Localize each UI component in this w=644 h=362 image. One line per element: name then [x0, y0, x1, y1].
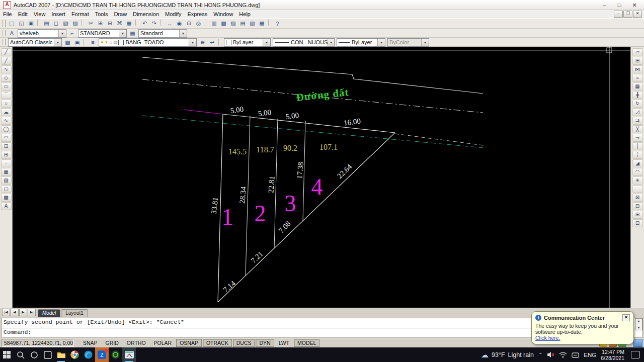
scroll-down-icon[interactable]: ▼: [637, 326, 640, 329]
model-toggle[interactable]: MODEL: [294, 339, 319, 347]
antivirus-icon[interactable]: [109, 347, 122, 362]
layer-thaw-icon[interactable]: ☀: [104, 39, 108, 46]
layer-previous-icon[interactable]: ↩: [207, 38, 217, 47]
mirror-button[interactable]: ⋈: [632, 65, 643, 73]
zalo-icon[interactable]: Z: [95, 347, 109, 362]
lineweight-select[interactable]: ByLayer▼: [337, 38, 385, 47]
layer-on-icon[interactable]: ●: [101, 39, 103, 46]
action-center-icon[interactable]: [631, 351, 640, 358]
make-block-button[interactable]: ⊞: [1, 151, 12, 159]
workspace-select[interactable]: AutoCAD Classic▼: [8, 38, 62, 47]
redo-button[interactable]: ↷: [149, 19, 159, 28]
table-style-select[interactable]: Standard▼: [138, 29, 187, 38]
chevron-down-icon[interactable]: ▼: [377, 39, 385, 46]
scroll-up-icon[interactable]: ▲: [637, 319, 640, 323]
sheet-set-manager-button[interactable]: ▤: [238, 19, 248, 28]
paste-button[interactable]: ⊟: [105, 19, 115, 28]
close-button[interactable]: ✕: [627, 1, 642, 10]
tab-model[interactable]: Model: [38, 309, 60, 317]
ortho-toggle[interactable]: ORTHO: [123, 339, 149, 347]
polygon-button[interactable]: ◇: [1, 74, 12, 82]
workspace-settings-icon[interactable]: ▩: [63, 38, 72, 47]
tab-nav-arrow[interactable]: ◀: [11, 309, 19, 316]
osnap-toggle[interactable]: OSNAP: [176, 339, 202, 347]
trim-button[interactable]: ╳: [632, 125, 643, 133]
zoom-previous-button[interactable]: ◎: [194, 19, 203, 28]
pan-button[interactable]: ↔: [165, 19, 175, 28]
linetype-select[interactable]: CON...NUOUS▼: [273, 38, 335, 47]
tab-layout1[interactable]: Layout1: [61, 309, 88, 317]
menu-format[interactable]: Format: [68, 10, 92, 18]
dyn-toggle[interactable]: DYN: [256, 339, 274, 347]
chevron-down-icon[interactable]: ▼: [189, 39, 196, 46]
ellipse-arc-button[interactable]: ◠: [1, 134, 12, 142]
cortana-icon[interactable]: [27, 347, 41, 362]
menu-modify[interactable]: Modify: [162, 10, 184, 18]
markup-set-manager-button[interactable]: ▧: [248, 19, 257, 28]
insert-block-button[interactable]: ⊡: [1, 142, 12, 150]
toolbar-grip[interactable]: [2, 30, 6, 37]
toolbar-grip[interactable]: [2, 20, 6, 27]
mdi-close-button[interactable]: ✕: [633, 11, 642, 18]
point-button[interactable]: ∙: [1, 159, 12, 167]
dim-style-select[interactable]: STANDARD▼: [78, 29, 127, 38]
language-indicator[interactable]: ENG: [584, 352, 596, 358]
qnew-button[interactable]: ▢: [7, 19, 17, 28]
menu-dimension[interactable]: Dimension: [130, 10, 162, 18]
ducs-toggle[interactable]: DUCS: [233, 339, 255, 347]
draworder-above-button[interactable]: ⊞: [632, 211, 643, 219]
circle-button[interactable]: ○: [1, 100, 12, 108]
menu-view[interactable]: View: [31, 10, 49, 18]
coordinate-readout[interactable]: 584987.71, 1224430.71, 0.00: [2, 339, 74, 347]
rotate-button[interactable]: ↻: [632, 100, 643, 108]
quickcalc-button[interactable]: ▦: [257, 19, 267, 28]
balloon-close-button[interactable]: ✕: [622, 314, 630, 321]
tool-palettes-button[interactable]: ▨: [228, 19, 238, 28]
help-button[interactable]: ?: [273, 19, 282, 28]
break-at-point-button[interactable]: ┆: [632, 142, 643, 150]
tab-nav-arrow[interactable]: ▶: [19, 309, 27, 316]
drawing-canvas[interactable]: Đường đất 5.00 5.00 5.00 16.00 145.5 118…: [13, 47, 630, 308]
balloon-link[interactable]: Click here.: [535, 335, 560, 341]
mdi-restore-button[interactable]: ❐: [623, 11, 632, 18]
tab-nav-arrow[interactable]: |◀: [2, 309, 10, 316]
polar-toggle[interactable]: POLAR: [150, 339, 176, 347]
make-object-layer-current-icon[interactable]: ⊕: [198, 38, 207, 47]
gradient-button[interactable]: ▨: [1, 176, 12, 185]
open-button[interactable]: ◱: [17, 19, 26, 28]
table-button[interactable]: ▩: [1, 194, 12, 202]
chrome-icon[interactable]: [68, 347, 82, 362]
grid-toggle[interactable]: GRID: [102, 339, 122, 347]
break-button[interactable]: ┊: [632, 151, 643, 159]
properties-button[interactable]: ▥: [209, 19, 219, 28]
chamfer-button[interactable]: ◢: [632, 159, 643, 167]
ellipse-button[interactable]: ◯: [1, 125, 12, 133]
stretch-button[interactable]: ⇉: [632, 117, 643, 125]
extend-button[interactable]: ⇒: [632, 134, 643, 142]
layer-select[interactable]: ● ☀ ⌂ ▤ BANG_TOADO ▼: [99, 38, 197, 47]
draworder-front-button[interactable]: ⊠: [632, 194, 643, 202]
copy-button[interactable]: ⊞: [632, 57, 643, 65]
layer-lock-icon[interactable]: ⌂: [110, 39, 112, 46]
layer-plot-icon[interactable]: ▤: [113, 39, 118, 46]
chevron-down-icon[interactable]: ▼: [58, 30, 66, 37]
array-button[interactable]: ▦: [632, 82, 643, 90]
undo-button[interactable]: ↶: [140, 19, 149, 28]
maximize-button[interactable]: □: [612, 1, 627, 10]
draworder-under-button[interactable]: ⊡: [632, 219, 643, 227]
arc-button[interactable]: ⌒: [1, 91, 12, 99]
3d-dwf-button[interactable]: ▨: [70, 19, 80, 28]
save-button[interactable]: ▣: [26, 19, 36, 28]
lwt-toggle[interactable]: LWT: [275, 339, 293, 347]
menu-edit[interactable]: Edit: [15, 10, 31, 18]
menu-tools[interactable]: Tools: [92, 10, 111, 18]
command-scrollbar[interactable]: ▲ ▼: [635, 318, 642, 330]
chevron-down-icon[interactable]: ▼: [119, 30, 126, 37]
text-style-icon[interactable]: A: [7, 29, 17, 38]
multiline-text-button[interactable]: A: [1, 202, 12, 210]
cut-button[interactable]: ✂: [86, 19, 96, 28]
revision-cloud-button[interactable]: ☁: [1, 108, 12, 116]
rectangle-button[interactable]: ▭: [1, 82, 12, 90]
chevron-down-icon[interactable]: ▼: [54, 39, 61, 46]
toolbar-grip[interactable]: [2, 39, 6, 46]
